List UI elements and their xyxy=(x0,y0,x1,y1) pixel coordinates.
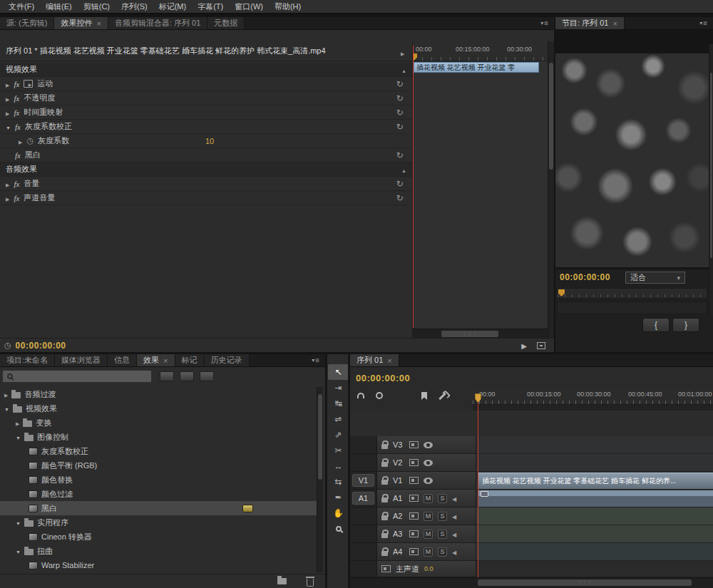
tree-effect-gamma-correction[interactable]: 灰度系数校正 xyxy=(0,444,317,458)
set-display-style-icon[interactable] xyxy=(409,477,419,484)
solo-button[interactable]: S xyxy=(438,530,447,539)
effect-row-black-white[interactable]: 黑白 xyxy=(0,148,412,163)
tab-project[interactable]: 项目:未命名 xyxy=(0,354,55,366)
reset-effect-icon[interactable] xyxy=(396,122,404,132)
reset-effect-icon[interactable] xyxy=(396,108,404,118)
track-select-tool[interactable]: ⇥ xyxy=(328,380,349,396)
tree-effect-cineon-converter[interactable]: Cineon 转换器 xyxy=(0,530,317,544)
reset-effect-icon[interactable] xyxy=(396,179,404,189)
effect-row-opacity[interactable]: 不透明度 xyxy=(0,91,412,105)
tab-source-monitor[interactable]: 源: (无剪辑) xyxy=(0,17,54,29)
mute-button[interactable]: M xyxy=(424,547,433,557)
reset-effect-icon[interactable] xyxy=(396,193,404,203)
set-display-style-icon[interactable] xyxy=(409,459,419,466)
zoom-level-select[interactable]: 适合 xyxy=(625,272,685,284)
playhead-line[interactable] xyxy=(413,46,414,328)
expand-icon[interactable] xyxy=(6,108,9,117)
expand-icon[interactable] xyxy=(6,94,9,103)
effect-controls-timecode[interactable]: 00:00:00:00 xyxy=(16,341,66,351)
v1-video-clip[interactable]: 插花视频 花艺视频 开业花篮 零基础花艺 婚车插花 鲜花的养... xyxy=(478,473,713,489)
menu-sequence[interactable]: 序列(S) xyxy=(116,0,153,14)
lock-icon[interactable] xyxy=(381,480,388,485)
tree-effect-color-replace[interactable]: 颜色替换 xyxy=(0,473,317,487)
a1-audio-clip[interactable] xyxy=(478,490,713,507)
lock-icon[interactable] xyxy=(381,497,388,502)
menu-title[interactable]: 字幕(T) xyxy=(192,0,229,14)
rate-stretch-tool[interactable]: ⇗ xyxy=(328,427,349,443)
set-display-style-icon[interactable] xyxy=(409,495,419,502)
yuv-effects-filter-icon[interactable] xyxy=(200,371,214,381)
timeline-ruler[interactable]: 00:00 00:00:15:00 00:00:30:00 00:00:45:0… xyxy=(473,388,713,405)
effect-row-time-remapping[interactable]: 时间重映射 xyxy=(0,105,412,120)
collapse-section-icon[interactable] xyxy=(401,165,406,174)
menu-window[interactable]: 窗口(W) xyxy=(229,0,269,14)
mute-button[interactable]: M xyxy=(424,530,433,539)
timeline-timecode[interactable]: 00:00:00:00 xyxy=(356,373,410,383)
lock-icon[interactable] xyxy=(381,462,388,467)
toggle-track-output-icon[interactable] xyxy=(424,478,433,484)
menu-clip[interactable]: 剪辑(C) xyxy=(78,0,116,14)
mini-timeline-hscrollbar[interactable] xyxy=(413,329,548,338)
show-timeline-view-icon[interactable] xyxy=(401,48,404,57)
zoom-tool[interactable] xyxy=(328,521,349,537)
track-a4-area[interactable] xyxy=(476,543,713,561)
source-patch-cell[interactable] xyxy=(350,543,377,561)
tree-effect-black-white[interactable]: 黑白 xyxy=(0,501,317,515)
panel-menu-icon[interactable] xyxy=(535,17,554,29)
gamma-value[interactable]: 10 xyxy=(205,137,214,145)
tree-folder-audio-transitions[interactable]: 音频过渡 xyxy=(0,387,317,401)
expand-icon[interactable] xyxy=(6,80,9,88)
expand-icon[interactable] xyxy=(6,194,9,202)
solo-button[interactable]: S xyxy=(438,547,447,557)
set-display-style-icon[interactable] xyxy=(381,565,391,572)
effect-row-gamma-correction[interactable]: 灰度系数校正 xyxy=(0,120,412,134)
program-vscrollbar[interactable] xyxy=(709,44,713,315)
tree-folder-distort[interactable]: 扭曲 xyxy=(0,544,317,558)
toggle-track-output-icon[interactable] xyxy=(424,442,433,448)
menu-marker[interactable]: 标记(M) xyxy=(153,0,193,14)
tab-history[interactable]: 历史记录 xyxy=(205,354,250,366)
source-patch-cell[interactable] xyxy=(350,525,377,543)
play-audio-icon[interactable] xyxy=(521,341,527,350)
speaker-icon[interactable] xyxy=(452,512,456,520)
effect-row-motion[interactable]: 运动 xyxy=(0,77,412,91)
tree-folder-image-control[interactable]: 图像控制 xyxy=(0,430,317,444)
source-patch-cell[interactable]: V1 xyxy=(350,472,377,490)
program-scrubber-ruler[interactable] xyxy=(557,288,707,299)
mini-timeline-ruler[interactable]: 00:00 00:15:00:00 00:30:00 xyxy=(413,41,548,61)
audio-effects-section[interactable]: 音频效果 xyxy=(0,163,412,177)
selected-clip-bar[interactable]: 插花视频 花艺视频 开业花篮 零 xyxy=(414,62,539,73)
tab-media-browser[interactable]: 媒体浏览器 xyxy=(55,354,108,366)
collapse-icon[interactable] xyxy=(16,518,21,527)
ripple-edit-tool[interactable]: ↹ xyxy=(328,396,349,411)
expand-icon[interactable] xyxy=(16,418,19,427)
param-row-gamma[interactable]: 灰度系数 10 xyxy=(0,134,412,148)
slide-tool[interactable]: ⇆ xyxy=(328,474,349,490)
tree-folder-utility[interactable]: 实用程序 xyxy=(0,515,317,530)
mute-button[interactable]: M xyxy=(424,512,433,521)
reset-effect-icon[interactable] xyxy=(396,150,404,160)
playhead-line[interactable] xyxy=(478,403,478,577)
tab-effect-controls[interactable]: 效果控件 × xyxy=(54,17,108,29)
pen-tool[interactable]: ✒ xyxy=(328,490,349,505)
track-a3-area[interactable] xyxy=(476,525,713,543)
video-effects-section[interactable]: 视频效果 xyxy=(0,63,412,77)
program-timecode[interactable]: 00:00:00:00 xyxy=(560,272,610,282)
delete-icon[interactable] xyxy=(307,579,314,587)
tree-folder-video-effects[interactable]: 视频效果 xyxy=(0,401,317,416)
mute-button[interactable]: M xyxy=(424,494,433,503)
lock-icon[interactable] xyxy=(381,533,388,538)
effect-row-volume[interactable]: 音量 xyxy=(0,177,412,191)
export-frame-icon[interactable] xyxy=(537,342,545,349)
extract-button[interactable]: } xyxy=(672,318,699,332)
tab-audio-mixer[interactable]: 音频剪辑混合器: 序列 01 xyxy=(108,17,207,29)
source-patch-cell[interactable] xyxy=(350,454,377,472)
set-display-style-icon[interactable] xyxy=(409,548,419,555)
menu-edit[interactable]: 编辑(E) xyxy=(40,0,78,14)
razor-tool[interactable]: ✂ xyxy=(328,443,349,458)
work-area-strip[interactable] xyxy=(473,405,713,411)
effects-search-input[interactable] xyxy=(16,372,138,381)
collapse-icon[interactable] xyxy=(6,123,11,131)
set-display-style-icon[interactable] xyxy=(409,530,419,537)
set-display-style-icon[interactable] xyxy=(409,512,419,520)
